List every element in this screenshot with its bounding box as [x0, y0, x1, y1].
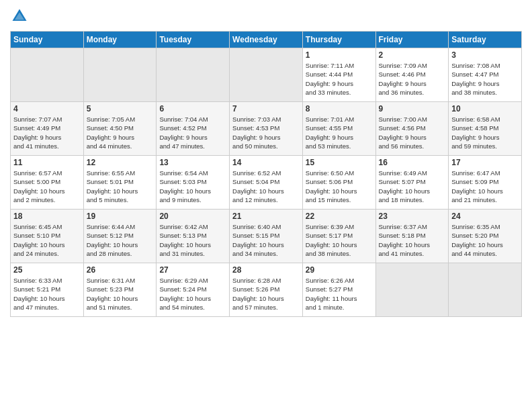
- week-row-4: 18Sunrise: 6:45 AM Sunset: 5:10 PM Dayli…: [11, 210, 522, 263]
- day-cell: 26Sunrise: 6:31 AM Sunset: 5:23 PM Dayli…: [83, 263, 157, 317]
- day-cell: [157, 48, 230, 102]
- day-number: 9: [379, 104, 446, 113]
- day-number: 23: [379, 212, 446, 221]
- day-cell: 1Sunrise: 7:11 AM Sunset: 4:44 PM Daylig…: [302, 48, 375, 102]
- day-number: 20: [159, 212, 226, 221]
- day-info: Sunrise: 7:09 AM Sunset: 4:46 PM Dayligh…: [379, 61, 446, 97]
- day-cell: 29Sunrise: 6:26 AM Sunset: 5:27 PM Dayli…: [302, 263, 375, 317]
- day-cell: 22Sunrise: 6:39 AM Sunset: 5:17 PM Dayli…: [302, 210, 375, 263]
- day-number: 7: [232, 104, 300, 113]
- day-number: 21: [232, 212, 300, 221]
- col-thursday: Thursday: [302, 32, 375, 48]
- day-cell: 25Sunrise: 6:33 AM Sunset: 5:21 PM Dayli…: [11, 263, 84, 317]
- header: [10, 7, 522, 26]
- day-number: 19: [87, 212, 154, 221]
- col-wednesday: Wednesday: [230, 32, 303, 48]
- col-monday: Monday: [83, 32, 157, 48]
- day-info: Sunrise: 7:08 AM Sunset: 4:47 PM Dayligh…: [451, 61, 519, 97]
- day-info: Sunrise: 6:52 AM Sunset: 5:04 PM Dayligh…: [232, 169, 300, 204]
- col-friday: Friday: [375, 32, 449, 48]
- day-number: 2: [379, 50, 446, 60]
- day-cell: [375, 263, 449, 317]
- day-number: 18: [13, 212, 81, 221]
- day-cell: [230, 48, 303, 102]
- week-row-2: 4Sunrise: 7:07 AM Sunset: 4:49 PM Daylig…: [11, 102, 522, 156]
- day-cell: 10Sunrise: 6:58 AM Sunset: 4:58 PM Dayli…: [449, 102, 522, 156]
- day-number: 29: [306, 265, 373, 275]
- day-cell: 3Sunrise: 7:08 AM Sunset: 4:47 PM Daylig…: [449, 48, 522, 102]
- day-info: Sunrise: 7:00 AM Sunset: 4:56 PM Dayligh…: [379, 115, 446, 150]
- day-number: 27: [159, 265, 226, 275]
- day-number: 16: [379, 158, 446, 167]
- calendar-table: Sunday Monday Tuesday Wednesday Thursday…: [10, 31, 522, 317]
- day-number: 8: [306, 104, 373, 113]
- day-info: Sunrise: 6:39 AM Sunset: 5:17 PM Dayligh…: [306, 222, 373, 258]
- day-cell: 13Sunrise: 6:54 AM Sunset: 5:03 PM Dayli…: [157, 156, 230, 210]
- day-cell: 8Sunrise: 7:01 AM Sunset: 4:55 PM Daylig…: [302, 102, 375, 156]
- header-row: Sunday Monday Tuesday Wednesday Thursday…: [11, 32, 522, 48]
- day-number: 13: [159, 158, 226, 167]
- day-number: 26: [87, 265, 154, 275]
- day-info: Sunrise: 6:50 AM Sunset: 5:06 PM Dayligh…: [306, 169, 373, 204]
- day-cell: 18Sunrise: 6:45 AM Sunset: 5:10 PM Dayli…: [11, 210, 84, 263]
- day-number: 4: [13, 104, 81, 113]
- day-number: 14: [232, 158, 300, 167]
- day-cell: [83, 48, 157, 102]
- day-info: Sunrise: 6:44 AM Sunset: 5:12 PM Dayligh…: [87, 222, 154, 258]
- day-number: 25: [13, 265, 81, 275]
- day-number: 15: [306, 158, 373, 167]
- day-number: 28: [232, 265, 300, 275]
- col-sunday: Sunday: [11, 32, 84, 48]
- day-info: Sunrise: 6:49 AM Sunset: 5:07 PM Dayligh…: [379, 169, 446, 204]
- day-number: 3: [451, 50, 519, 60]
- day-info: Sunrise: 6:29 AM Sunset: 5:24 PM Dayligh…: [159, 276, 226, 312]
- col-tuesday: Tuesday: [157, 32, 230, 48]
- day-number: 5: [87, 104, 154, 113]
- page: Sunday Monday Tuesday Wednesday Thursday…: [0, 0, 532, 324]
- day-cell: 17Sunrise: 6:47 AM Sunset: 5:09 PM Dayli…: [449, 156, 522, 210]
- day-number: 6: [159, 104, 226, 113]
- day-cell: 11Sunrise: 6:57 AM Sunset: 5:00 PM Dayli…: [11, 156, 84, 210]
- day-info: Sunrise: 6:35 AM Sunset: 5:20 PM Dayligh…: [451, 222, 519, 258]
- week-row-3: 11Sunrise: 6:57 AM Sunset: 5:00 PM Dayli…: [11, 156, 522, 210]
- day-cell: 21Sunrise: 6:40 AM Sunset: 5:15 PM Dayli…: [230, 210, 303, 263]
- day-cell: 5Sunrise: 7:05 AM Sunset: 4:50 PM Daylig…: [83, 102, 157, 156]
- week-row-5: 25Sunrise: 6:33 AM Sunset: 5:21 PM Dayli…: [11, 263, 522, 317]
- day-info: Sunrise: 6:57 AM Sunset: 5:00 PM Dayligh…: [13, 169, 81, 204]
- day-cell: [11, 48, 84, 102]
- day-info: Sunrise: 6:33 AM Sunset: 5:21 PM Dayligh…: [13, 276, 81, 312]
- day-info: Sunrise: 7:07 AM Sunset: 4:49 PM Dayligh…: [13, 115, 81, 150]
- day-cell: 2Sunrise: 7:09 AM Sunset: 4:46 PM Daylig…: [375, 48, 449, 102]
- day-info: Sunrise: 6:42 AM Sunset: 5:13 PM Dayligh…: [159, 222, 226, 258]
- day-cell: 27Sunrise: 6:29 AM Sunset: 5:24 PM Dayli…: [157, 263, 230, 317]
- day-info: Sunrise: 6:54 AM Sunset: 5:03 PM Dayligh…: [159, 169, 226, 204]
- day-cell: 6Sunrise: 7:04 AM Sunset: 4:52 PM Daylig…: [157, 102, 230, 156]
- day-info: Sunrise: 6:55 AM Sunset: 5:01 PM Dayligh…: [87, 169, 154, 204]
- day-cell: [449, 263, 522, 317]
- day-cell: 9Sunrise: 7:00 AM Sunset: 4:56 PM Daylig…: [375, 102, 449, 156]
- day-cell: 12Sunrise: 6:55 AM Sunset: 5:01 PM Dayli…: [83, 156, 157, 210]
- week-row-1: 1Sunrise: 7:11 AM Sunset: 4:44 PM Daylig…: [11, 48, 522, 102]
- day-number: 11: [13, 158, 81, 167]
- day-info: Sunrise: 6:37 AM Sunset: 5:18 PM Dayligh…: [379, 222, 446, 258]
- logo: [10, 7, 32, 26]
- day-number: 17: [451, 158, 519, 167]
- day-info: Sunrise: 6:45 AM Sunset: 5:10 PM Dayligh…: [13, 222, 81, 258]
- day-info: Sunrise: 7:03 AM Sunset: 4:53 PM Dayligh…: [232, 115, 300, 150]
- day-info: Sunrise: 7:05 AM Sunset: 4:50 PM Dayligh…: [87, 115, 154, 150]
- day-cell: 15Sunrise: 6:50 AM Sunset: 5:06 PM Dayli…: [302, 156, 375, 210]
- day-number: 12: [87, 158, 154, 167]
- day-cell: 28Sunrise: 6:28 AM Sunset: 5:26 PM Dayli…: [230, 263, 303, 317]
- day-number: 10: [451, 104, 519, 113]
- day-cell: 7Sunrise: 7:03 AM Sunset: 4:53 PM Daylig…: [230, 102, 303, 156]
- day-info: Sunrise: 6:40 AM Sunset: 5:15 PM Dayligh…: [232, 222, 300, 258]
- day-cell: 20Sunrise: 6:42 AM Sunset: 5:13 PM Dayli…: [157, 210, 230, 263]
- day-info: Sunrise: 7:11 AM Sunset: 4:44 PM Dayligh…: [306, 61, 373, 97]
- col-saturday: Saturday: [449, 32, 522, 48]
- day-info: Sunrise: 6:31 AM Sunset: 5:23 PM Dayligh…: [87, 276, 154, 312]
- day-info: Sunrise: 6:58 AM Sunset: 4:58 PM Dayligh…: [451, 115, 519, 150]
- day-info: Sunrise: 6:28 AM Sunset: 5:26 PM Dayligh…: [232, 276, 300, 312]
- day-number: 22: [306, 212, 373, 221]
- day-cell: 24Sunrise: 6:35 AM Sunset: 5:20 PM Dayli…: [449, 210, 522, 263]
- day-cell: 23Sunrise: 6:37 AM Sunset: 5:18 PM Dayli…: [375, 210, 449, 263]
